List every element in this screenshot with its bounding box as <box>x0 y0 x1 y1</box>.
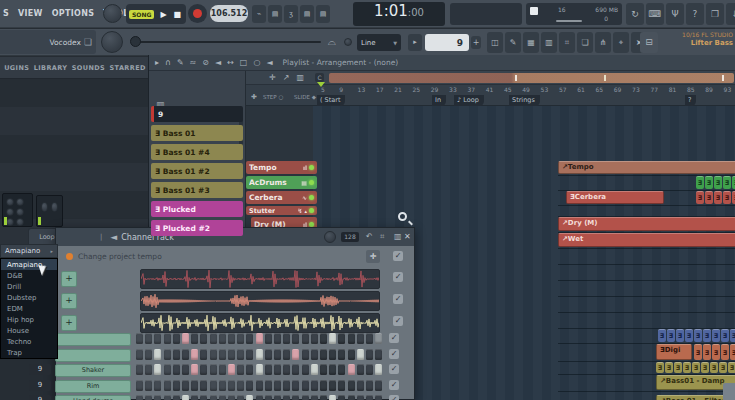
step-cell[interactable] <box>228 349 235 360</box>
step-cell[interactable] <box>256 380 263 391</box>
swing-knob[interactable] <box>324 231 336 243</box>
clip-digi[interactable]: ƎDigi <box>656 344 692 360</box>
channel-row-step[interactable]: ✓ <box>56 348 414 361</box>
overview-strip[interactable] <box>329 73 734 83</box>
plugin-icon[interactable]: ⋔ <box>595 32 611 53</box>
pattern-clock-icon[interactable]: ▤ <box>268 5 282 23</box>
airplane-icon[interactable]: ⌁ <box>252 5 266 23</box>
step-cell[interactable] <box>246 333 253 344</box>
waveform-display[interactable] <box>140 313 380 333</box>
genre-option-techno[interactable]: Techno <box>1 336 57 347</box>
clip-wet[interactable]: ↗Wet <box>558 233 735 247</box>
step-cell[interactable] <box>228 380 235 391</box>
step-cell[interactable] <box>338 395 345 400</box>
pointer-icon[interactable]: ▸ <box>155 59 159 67</box>
piano-roll-icon[interactable]: ✎ <box>505 32 521 53</box>
channel-rack-icon[interactable]: ▦ <box>523 32 539 53</box>
magnet-icon[interactable]: ∩ <box>165 59 171 67</box>
mini-clip[interactable]: Ǝ <box>696 176 704 189</box>
tempo-display[interactable]: 106.512 <box>210 5 248 22</box>
genre-dropdown-list[interactable]: AmapianoD&BDrillDubstepEDMHip hopHouseTe… <box>0 258 58 359</box>
step-cell[interactable] <box>292 380 299 391</box>
track-header-tempo[interactable]: Tempoıl <box>246 161 317 174</box>
step-cell[interactable] <box>292 395 299 400</box>
track-enable-led[interactable] <box>309 165 314 170</box>
mini-clip[interactable]: Ǝ <box>719 362 727 373</box>
step-cell[interactable] <box>256 333 263 344</box>
pattern-number-display[interactable]: 9 <box>425 34 469 51</box>
step-cell[interactable] <box>366 333 373 344</box>
typing-keyboard-icon[interactable]: ⌨ <box>646 3 664 25</box>
step-cell[interactable] <box>164 364 171 375</box>
step-cell[interactable] <box>302 364 309 375</box>
step-cell[interactable] <box>136 380 143 391</box>
menu-item-view[interactable]: VIEW <box>18 9 43 18</box>
genre-option-hip-hop[interactable]: Hip hop <box>1 314 57 325</box>
mini-clip[interactable]: Ǝ <box>703 329 711 342</box>
mini-clip[interactable]: Ǝ <box>723 176 731 189</box>
step-cell[interactable] <box>357 349 364 360</box>
step-cell[interactable] <box>283 380 290 391</box>
step-cell[interactable] <box>154 349 161 360</box>
step-cell[interactable] <box>274 395 281 400</box>
channel-checkbox[interactable]: ✓ <box>393 316 403 326</box>
step-cell[interactable] <box>145 395 152 400</box>
playlist-lane-delay[interactable]: ↗Delay <box>558 297 735 313</box>
step-cell[interactable] <box>210 380 217 391</box>
step-cell[interactable] <box>357 380 364 391</box>
step-cell[interactable] <box>228 364 235 375</box>
step-cell[interactable] <box>182 380 189 391</box>
step-cell[interactable] <box>274 333 281 344</box>
step-cell[interactable] <box>302 380 309 391</box>
channel-row-step[interactable]: 9Hand drums✓ <box>56 394 414 400</box>
preview-icon[interactable]: ◄ <box>266 59 272 67</box>
playhead-marker[interactable] <box>317 82 325 87</box>
swing-display[interactable]: 128 <box>341 232 359 242</box>
channel-checkbox[interactable]: ✓ <box>389 333 399 343</box>
step-cell[interactable] <box>320 364 327 375</box>
step-cell[interactable] <box>219 349 226 360</box>
step-cell[interactable] <box>274 349 281 360</box>
undo-icon[interactable]: ↶ <box>366 233 373 241</box>
move-icon[interactable]: ✛ <box>269 73 276 82</box>
track-header-acdrums[interactable]: AcDrums▦ <box>246 176 317 189</box>
step-cell[interactable] <box>375 349 382 360</box>
step-cell[interactable] <box>191 349 198 360</box>
mini-clip[interactable]: Ǝ <box>656 362 664 373</box>
step-cell[interactable] <box>311 364 318 375</box>
channel-row-audio[interactable]: +✓ <box>60 312 410 332</box>
mini-clip[interactable]: Ǝ <box>723 191 731 204</box>
step-cell[interactable] <box>154 333 161 344</box>
collapse-icon[interactable]: ▴ <box>304 208 307 214</box>
step-cell[interactable] <box>311 333 318 344</box>
record-button[interactable] <box>188 4 207 23</box>
step-cell[interactable] <box>357 395 364 400</box>
pattern-add-icon[interactable]: ▤ <box>300 5 314 23</box>
picker-item[interactable]: Ǝ Bass 01 #2 <box>151 163 243 179</box>
channel-checkbox[interactable]: ✓ <box>393 294 403 304</box>
step-cell[interactable] <box>182 349 189 360</box>
step-cell[interactable] <box>348 364 355 375</box>
playlist-lane-cerbera[interactable]: ƎCerberaƎƎƎƎƎƎƎƎƎƎƎƎƎƎƎƎƎƎƎƎ <box>558 191 735 206</box>
mini-clip[interactable]: Ǝ <box>714 191 722 204</box>
mini-clip[interactable]: Ǝ <box>694 344 702 360</box>
step-cell[interactable] <box>154 364 161 375</box>
channel-row-tempo[interactable]: Change project tempo ✛ ✓ <box>60 250 410 264</box>
step-cell[interactable] <box>246 364 253 375</box>
step-cell[interactable] <box>191 395 198 400</box>
browser-icon[interactable]: ⌗ <box>559 32 575 53</box>
channel-value-box[interactable]: 9 <box>29 364 51 375</box>
track-header-cerbera[interactable]: Cerbera∿ <box>246 191 317 204</box>
step-cell[interactable] <box>237 364 244 375</box>
step-cell[interactable] <box>265 364 272 375</box>
clip-tempo[interactable]: ↗Tempo <box>558 161 735 174</box>
playlist-lane-blue-row[interactable]: ƎƎƎƎƎƎƎƎƎƎƎƎƎƎƎƎƎƎƎƎƎƎƎƎƎƎƎƎƎƎƎƎƎƎƎƎ <box>558 329 735 344</box>
step-cell[interactable] <box>210 395 217 400</box>
playlist-lane-wet[interactable]: ↗Wet <box>558 233 735 249</box>
step-cell[interactable] <box>237 380 244 391</box>
playlist-lane-bass-01-filter[interactable]: ↗Bass 01 - Filter <box>558 395 735 400</box>
step-cell[interactable] <box>348 349 355 360</box>
step-cell[interactable] <box>136 333 143 344</box>
add-layer-button[interactable]: + <box>61 293 77 309</box>
step-cell[interactable] <box>357 364 364 375</box>
